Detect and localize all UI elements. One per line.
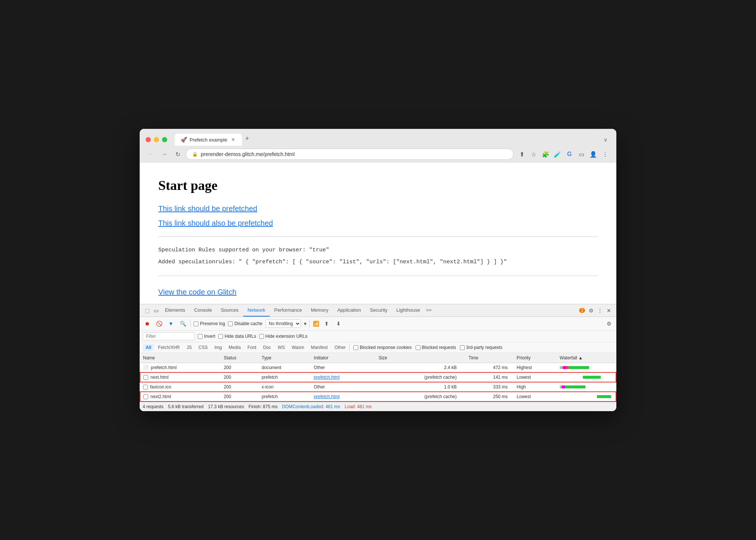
tab-elements[interactable]: Elements — [161, 304, 190, 317]
col-priority[interactable]: Priority — [514, 353, 556, 363]
forward-button[interactable]: → — [159, 149, 169, 159]
view-code-link[interactable]: View the code on Glitch — [158, 288, 236, 296]
maximize-button[interactable] — [162, 137, 167, 142]
blocked-cookies-label[interactable]: Blocked response cookies — [353, 345, 412, 350]
search-icon[interactable]: 🔍 — [178, 319, 187, 328]
settings-icon[interactable]: ⚙ — [587, 306, 595, 315]
extensions-icon[interactable]: 🧩 — [540, 149, 551, 159]
col-time[interactable]: Time — [466, 353, 514, 363]
filter-font[interactable]: Font — [244, 344, 259, 351]
prefetch-link-2[interactable]: This link should also be prefetched — [158, 219, 598, 228]
reading-list-icon[interactable]: ▭ — [576, 149, 587, 159]
third-party-label[interactable]: 3rd-party requests — [460, 345, 502, 350]
disable-cache-checkbox[interactable] — [228, 321, 233, 326]
preserve-log-label[interactable]: Preserve log — [194, 321, 225, 326]
table-row[interactable]: favicon.ico 200 x-icon Other 1.0 kB 333 … — [140, 382, 616, 392]
menu-icon[interactable]: ⋮ — [600, 149, 610, 159]
tab-performance[interactable]: Performance — [270, 304, 306, 317]
filter-img[interactable]: Img — [212, 344, 225, 351]
col-status[interactable]: Status — [221, 353, 259, 363]
record-button[interactable]: ⏺ — [143, 319, 152, 328]
active-tab[interactable]: 🚀 Prefetch example ✕ — [175, 134, 242, 146]
network-settings-icon[interactable]: ⚙ — [604, 319, 613, 328]
throttle-select[interactable]: No throttling Fast 3G Slow 3G Offline — [266, 320, 301, 328]
hide-ext-label[interactable]: Hide extension URLs — [259, 334, 308, 339]
tab-lighthouse[interactable]: Lighthouse — [392, 304, 425, 317]
tab-sources[interactable]: Sources — [216, 304, 243, 317]
share-icon[interactable]: ⬆ — [517, 149, 527, 159]
cell-initiator[interactable]: prefetch.html — [311, 392, 376, 401]
preserve-log-checkbox[interactable] — [194, 321, 198, 326]
tab-network[interactable]: Network — [243, 304, 270, 317]
initiator-link[interactable]: prefetch.html — [314, 375, 340, 380]
element-picker-icon[interactable]: ⬚ — [143, 306, 152, 315]
filter-css[interactable]: CSS — [196, 344, 211, 351]
prefetch-link-1[interactable]: This link should be prefetched — [158, 204, 598, 213]
toolbar-divider-1 — [190, 320, 191, 327]
row-checkbox[interactable] — [143, 394, 148, 399]
col-size[interactable]: Size — [375, 353, 466, 363]
cell-name: next2.html — [140, 392, 221, 401]
blocked-cookies-checkbox[interactable] — [353, 345, 358, 350]
filter-js[interactable]: JS — [184, 344, 195, 351]
tab-close-icon[interactable]: ✕ — [230, 137, 236, 143]
close-button[interactable] — [146, 137, 151, 142]
hide-data-label[interactable]: Hide data URLs — [218, 334, 256, 339]
blocked-requests-label[interactable]: Blocked requests — [416, 345, 456, 350]
labs-icon[interactable]: 🧪 — [552, 149, 563, 159]
divider-1 — [158, 236, 598, 237]
cell-priority: Highest — [514, 363, 556, 373]
cell-initiator[interactable]: prefetch.html — [311, 372, 376, 382]
collapse-button[interactable]: ∨ — [601, 135, 610, 144]
reload-button[interactable]: ↻ — [172, 149, 183, 159]
filter-media[interactable]: Media — [226, 344, 244, 351]
device-toolbar-icon[interactable]: ▭ — [152, 306, 161, 315]
col-initiator[interactable]: Initiator — [311, 353, 376, 363]
filter-icon[interactable]: ▼ — [166, 319, 175, 328]
url-bar[interactable]: 🔒 prerender-demos.glitch.me/prefetch.htm… — [186, 149, 514, 160]
tab-security[interactable]: Security — [365, 304, 392, 317]
third-party-checkbox[interactable] — [460, 345, 465, 350]
back-button[interactable]: ← — [146, 149, 156, 159]
more-options-icon[interactable]: ⋮ — [595, 306, 604, 315]
invert-checkbox[interactable] — [198, 334, 203, 339]
upload-icon[interactable]: ⬆ — [322, 319, 331, 328]
profile-icon[interactable]: 👤 — [588, 149, 598, 159]
clear-button[interactable]: 🚫 — [155, 319, 163, 328]
cell-waterfall — [557, 382, 616, 392]
filter-all[interactable]: All — [143, 344, 154, 351]
invert-label[interactable]: Invert — [198, 334, 215, 339]
row-checkbox[interactable] — [143, 375, 148, 380]
hide-data-checkbox[interactable] — [218, 334, 223, 339]
star-icon[interactable]: ☆ — [528, 149, 539, 159]
col-name[interactable]: Name — [140, 353, 221, 363]
table-row[interactable]: next.html 200 prefetch prefetch.html (pr… — [140, 372, 616, 382]
filter-doc[interactable]: Doc — [260, 344, 274, 351]
table-row[interactable]: next2.html 200 prefetch prefetch.html (p… — [140, 392, 616, 401]
more-tabs-button[interactable]: >> — [425, 304, 433, 317]
filter-ws[interactable]: WS — [275, 344, 288, 351]
new-tab-button[interactable]: + — [242, 133, 252, 144]
col-type[interactable]: Type — [259, 353, 311, 363]
filter-wasm[interactable]: Wasm — [289, 344, 307, 351]
col-waterfall[interactable]: Waterfall ▲ — [557, 353, 616, 363]
filter-manifest[interactable]: Manifest — [308, 344, 331, 351]
close-devtools-icon[interactable]: ✕ — [604, 306, 613, 315]
table-row[interactable]: 📄 prefetch.html 200 document Other 2.4 k… — [140, 363, 616, 373]
download-icon[interactable]: ⬇ — [334, 319, 343, 328]
initiator-link[interactable]: prefetch.html — [314, 394, 340, 399]
row-checkbox[interactable] — [143, 385, 148, 390]
filter-fetch-xhr[interactable]: Fetch/XHR — [155, 344, 183, 351]
blocked-requests-checkbox[interactable] — [416, 345, 420, 350]
google-icon[interactable]: G — [564, 149, 575, 159]
tab-application[interactable]: Application — [333, 304, 366, 317]
hide-ext-checkbox[interactable] — [259, 334, 264, 339]
tab-console[interactable]: Console — [190, 304, 216, 317]
minimize-button[interactable] — [154, 137, 159, 142]
tab-memory[interactable]: Memory — [306, 304, 333, 317]
divider-2 — [158, 276, 598, 276]
speculation-rules-line1: Speculation Rules supported on your brow… — [158, 246, 598, 255]
disable-cache-label[interactable]: Disable cache — [228, 321, 262, 326]
filter-other[interactable]: Other — [331, 344, 349, 351]
filter-input[interactable] — [143, 332, 195, 340]
